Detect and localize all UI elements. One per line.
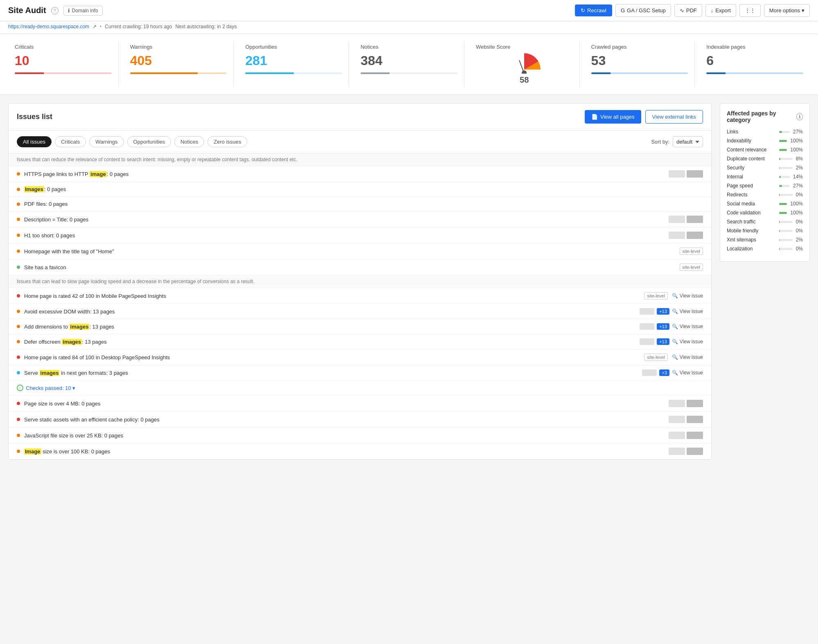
issue-actions [669,416,703,423]
view-issue-button[interactable]: 🔍 View issue [672,308,703,314]
domain-info-button[interactable]: ℹ Domain info [63,6,103,16]
view-issue-button[interactable]: 🔍 View issue [672,293,703,299]
bar-icon [669,448,685,455]
tab-notices[interactable]: Notices [174,136,204,147]
sort-select[interactable]: default [673,136,703,147]
export-button[interactable]: ↓ Export [705,4,736,17]
affected-category-pct: 27% [793,129,803,135]
tab-all-issues[interactable]: All issues [17,136,52,147]
severity-dot [17,294,20,297]
bar-container [779,167,793,169]
bar-container [779,230,793,232]
bar-background [779,212,787,214]
view-all-pages-button[interactable]: 📄 View all pages [585,110,641,124]
affected-pages-title: Affected pages by category ℹ [727,110,803,123]
crawled-pages-stat: Crawled pages 53 [585,41,695,88]
highlight: Image [24,448,41,455]
issue-text: H1 too short: 0 pages [24,232,665,239]
info-icon: ℹ [68,8,70,14]
tab-criticals[interactable]: Criticals [55,136,86,147]
bar-fill [779,248,780,250]
site-level-badge: site-level [644,292,667,299]
bar-fill [779,149,787,151]
chevron-down-icon: ▾ [802,7,804,14]
search-icon: 🔍 [672,293,678,299]
severity-dot [17,234,20,237]
view-issue-button[interactable]: 🔍 View issue [672,339,703,345]
list-item: Description = Title: 0 pages [9,212,711,227]
affected-category-pct: 14% [793,174,803,180]
bar-icon [669,232,685,239]
bar-icon-2 [687,170,703,178]
bar-icon [669,416,685,423]
header-left: Site Audit ? ℹ Domain info [8,6,103,16]
plus-badge: +13 [657,338,669,345]
affected-category-pct: 0% [796,192,803,198]
issues-title: Issues list [17,113,52,121]
list-item: H1 too short: 0 pages [9,227,711,243]
stats-row: Criticals 10 Warnings 405 Opportunities … [0,34,818,95]
notices-bar [361,72,457,74]
bar-icon-2 [687,448,703,455]
tab-zero-issues[interactable]: Zero issues [207,136,247,147]
issue-actions [669,448,703,455]
affected-category-label: Content relevance [727,147,776,153]
bar-fill [779,194,780,196]
affected-category-label: Page speed [727,183,776,189]
share-button[interactable]: ⋮⋮ [739,4,761,17]
tab-warnings[interactable]: Warnings [89,136,124,147]
notices-value: 384 [361,53,457,68]
bar-container [779,248,793,250]
bar-background [779,149,787,151]
bar-background [779,203,787,205]
checks-passed-text[interactable]: Checks passed: 10 ▾ [26,385,75,391]
highlight: image [90,171,107,177]
filter-tabs: All issues Criticals Warnings Opportunit… [17,136,247,147]
list-item: JavaScript file size is over 25 KB: 0 pa… [9,428,711,444]
tab-opportunities[interactable]: Opportunities [127,136,171,147]
affected-pages-sidebar: Affected pages by category ℹ Links27%Ind… [720,103,810,460]
main-content: Issues list 📄 View all pages View extern… [0,95,818,468]
site-url-link[interactable]: https://ready-demo.squarespace.com [8,24,89,29]
view-issue-button[interactable]: 🔍 View issue [672,354,703,360]
indexable-pages-stat: Indexable pages 6 [700,41,810,88]
affected-category-row: Xml sitemaps2% [727,237,803,243]
bar-fill [779,185,782,187]
affected-category-pct: 100% [790,138,803,144]
ga-gsc-button[interactable]: G GA / GSC Setup [615,4,671,17]
severity-dot [17,203,20,206]
bar-background [779,167,793,169]
view-issue-button[interactable]: 🔍 View issue [672,324,703,329]
issue-text: Home page is rated 84 of 100 in Desktop … [24,354,638,360]
list-item: Defer offscreen images: 13 pages +13 🔍 V… [9,334,711,349]
view-issue-button[interactable]: 🔍 View issue [672,370,703,376]
recrawl-button[interactable]: ↻ Recrawl [575,5,612,16]
more-options-button[interactable]: More options ▾ [764,4,810,17]
affected-category-pct: 100% [790,210,803,216]
category-desc-1: Issues that can reduce the relevance of … [9,153,711,166]
help-icon-affected[interactable]: ℹ [796,113,803,120]
score-value: 58 [520,75,529,85]
pdf-button[interactable]: ∿ PDF [674,4,702,17]
help-icon[interactable]: ? [51,7,59,14]
bar-icon-2 [687,400,703,407]
bar-fill [779,230,780,232]
affected-category-label: Security [727,165,776,171]
bar-container [779,203,787,205]
warnings-stat: Warnings 405 [124,41,234,88]
bar-icon [669,400,685,407]
recrawl-icon: ↻ [581,7,585,14]
bar-fill [779,131,782,133]
external-link-icon: ↗ [92,24,97,29]
bar-fill [779,158,780,160]
site-level-badge: site-level [680,263,703,271]
search-icon: 🔍 [672,370,678,376]
bar-fill [779,167,780,169]
issue-text: Serve images in next gen formats: 3 page… [24,370,638,376]
list-item: Avoid excessive DOM width: 13 pages +13 … [9,304,711,319]
bar-fill [779,221,780,223]
checks-passed: Checks passed: 10 ▾ [9,381,711,396]
severity-dot [17,218,20,221]
issue-text: Serve static assets with an efficient ca… [24,417,665,423]
view-external-links-button[interactable]: View external links [645,110,703,124]
